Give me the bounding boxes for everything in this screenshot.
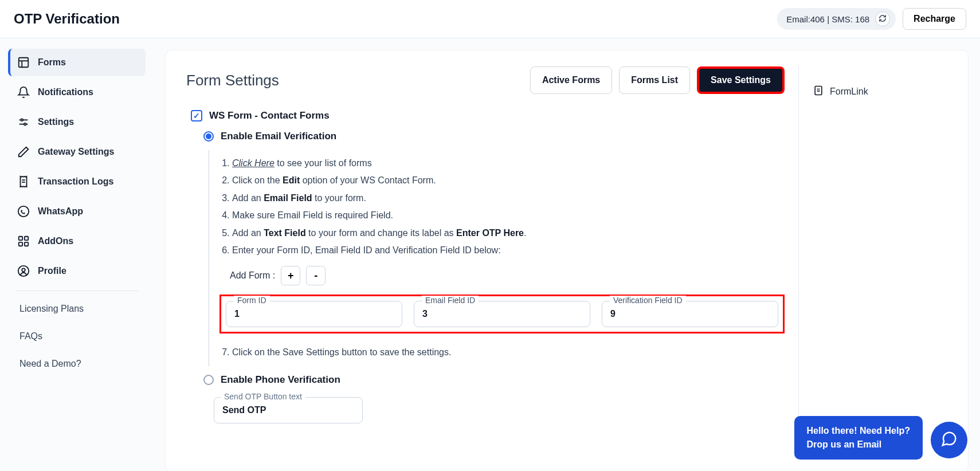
layout-icon (17, 56, 30, 69)
sidebar-item-label: Forms (38, 57, 66, 68)
steps-wrap: Click Here to see your list of forms Cli… (209, 150, 785, 366)
checkbox-label: WS Form - Contact Forms (209, 110, 330, 121)
verification-field-label: Verification Field ID (610, 296, 686, 305)
svg-point-4 (21, 119, 23, 121)
credit-text: Email:406 | SMS: 168 (786, 14, 869, 24)
svg-point-9 (18, 206, 29, 217)
add-form-plus-button[interactable]: + (281, 266, 300, 285)
sidebar-item-label: Transaction Logs (38, 176, 113, 187)
pen-icon (17, 146, 30, 158)
whatsapp-icon (17, 205, 30, 218)
sidebar-item-transaction-logs[interactable]: Transaction Logs (8, 168, 146, 195)
step-4: Make sure Email Field is required Field. (232, 207, 785, 224)
form-id-group: Form ID (226, 301, 402, 327)
step-3: Add an Email Field to your form. (232, 190, 785, 207)
ws-form-checkbox[interactable]: ✓ (191, 110, 202, 121)
sidebar-link-licensing[interactable]: Licensing Plans (8, 297, 146, 321)
card-actions: Active Forms Forms List Save Settings (530, 66, 785, 94)
add-form-row: Add Form : + - (230, 266, 785, 285)
refresh-icon (879, 14, 887, 24)
active-forms-button[interactable]: Active Forms (530, 66, 612, 94)
sidebar-item-whatsapp[interactable]: WhatsApp (8, 198, 146, 225)
main: Form Settings Active Forms Forms List Sa… (154, 38, 980, 471)
svg-rect-11 (25, 237, 28, 240)
recharge-button[interactable]: Recharge (903, 8, 966, 30)
verification-field-group: Verification Field ID (602, 301, 778, 327)
radio-email-label: Enable Email Verification (221, 131, 336, 142)
add-form-minus-button[interactable]: - (306, 266, 326, 285)
sidebar: Forms Notifications Settings Gateway Set… (0, 38, 154, 471)
sidebar-item-profile[interactable]: Profile (8, 257, 146, 285)
sliders-icon (17, 116, 30, 128)
formlink-label: FormLink (830, 87, 868, 97)
sidebar-link-faqs[interactable]: FAQs (8, 324, 146, 348)
help-line-2: Drop us an Email (807, 438, 910, 452)
send-otp-group: Send OTP Button text (214, 397, 363, 423)
page-title: OTP Verification (14, 11, 120, 27)
help-line-1: Hello there! Need Help? (807, 424, 910, 438)
email-field-group: Email Field ID (414, 301, 590, 327)
layout: Forms Notifications Settings Gateway Set… (0, 38, 980, 471)
save-settings-button[interactable]: Save Settings (697, 66, 785, 94)
sidebar-item-forms[interactable]: Forms (8, 49, 146, 76)
fields-row: Form ID Email Field ID Verification Fiel… (219, 295, 785, 333)
sidebar-item-label: Profile (38, 266, 66, 276)
checkbox-row: ✓ WS Form - Contact Forms (191, 110, 785, 121)
click-here-link[interactable]: Click Here (232, 158, 275, 168)
step-7: Click on the Save Settings button to sav… (232, 344, 785, 361)
sidebar-link-demo[interactable]: Need a Demo? (8, 352, 146, 376)
sidebar-item-label: AddOns (38, 236, 73, 246)
forms-list-button[interactable]: Forms List (619, 66, 690, 94)
help-bubble[interactable]: Hello there! Need Help? Drop us an Email (794, 416, 923, 460)
card-title: Form Settings (186, 72, 279, 89)
step-5: Add an Text Field to your form and chang… (232, 225, 785, 242)
radio-email-row: Enable Email Verification (203, 131, 785, 142)
settings-card: Form Settings Active Forms Forms List Sa… (165, 50, 969, 471)
sidebar-divider (15, 291, 139, 291)
card-header: Form Settings Active Forms Forms List Sa… (186, 66, 785, 94)
form-block: ✓ WS Form - Contact Forms Enable Email V… (186, 110, 785, 423)
receipt-icon (17, 175, 30, 188)
sidebar-item-settings[interactable]: Settings (8, 108, 146, 136)
svg-rect-0 (19, 58, 29, 68)
send-otp-label: Send OTP Button text (221, 392, 305, 401)
radio-phone[interactable] (203, 375, 214, 385)
user-circle-icon (17, 265, 30, 277)
sidebar-item-label: Gateway Settings (38, 147, 114, 157)
radio-email[interactable] (203, 131, 214, 142)
sidebar-item-notifications[interactable]: Notifications (8, 78, 146, 106)
grid-icon (17, 235, 30, 248)
step-1: Click Here to see your list of forms (232, 155, 785, 172)
sidebar-item-gateway-settings[interactable]: Gateway Settings (8, 138, 146, 166)
svg-rect-12 (19, 242, 22, 246)
topbar: OTP Verification Email:406 | SMS: 168 Re… (0, 0, 980, 38)
refresh-button[interactable] (875, 11, 890, 26)
chat-fab[interactable] (931, 422, 967, 458)
formlink-link[interactable]: FormLink (813, 85, 947, 99)
document-icon (813, 85, 824, 99)
svg-point-15 (22, 268, 25, 272)
email-field-label: Email Field ID (422, 296, 479, 305)
sidebar-item-label: Settings (38, 117, 74, 127)
card-main: Form Settings Active Forms Forms List Sa… (186, 66, 785, 456)
topbar-right: Email:406 | SMS: 168 Recharge (777, 8, 966, 30)
sidebar-item-label: Notifications (38, 87, 93, 97)
add-form-label: Add Form : (230, 270, 275, 281)
credit-badge: Email:406 | SMS: 168 (777, 8, 896, 30)
card-aside: FormLink (798, 66, 947, 456)
svg-rect-10 (19, 237, 22, 240)
radio-phone-label: Enable Phone Verification (221, 374, 340, 386)
step-2: Click on the Edit option of your WS Cont… (232, 172, 785, 189)
bell-icon (17, 86, 30, 99)
sidebar-item-label: WhatsApp (38, 206, 83, 217)
steps-list: Click Here to see your list of forms Cli… (219, 155, 785, 259)
sidebar-item-addons[interactable]: AddOns (8, 227, 146, 255)
radio-phone-row: Enable Phone Verification (203, 374, 785, 386)
svg-rect-13 (25, 242, 28, 246)
steps-list-2: Click on the Save Settings button to sav… (219, 344, 785, 361)
form-id-label: Form ID (234, 296, 270, 305)
svg-point-6 (24, 123, 26, 125)
chat-icon (940, 430, 958, 450)
step-6: Enter your Form ID, Email Field ID and V… (232, 242, 785, 259)
